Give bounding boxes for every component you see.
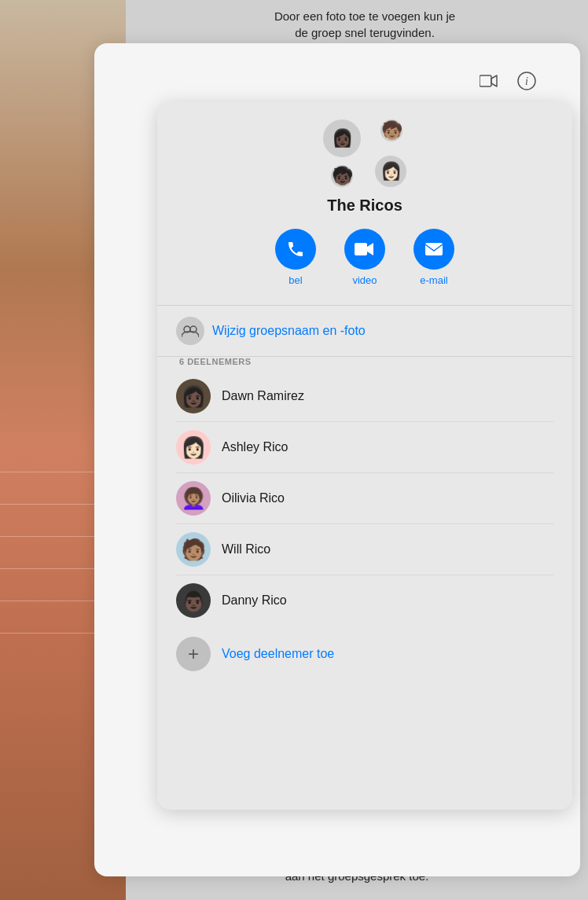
popup-card: 👩🏿 🧒🏽 🧒🏿 👩🏻 The Ricos bel video <box>157 102 572 810</box>
participant-name-oilivia: Oilivia Rico <box>222 491 285 505</box>
participant-avatar-will: 🧑🏽 <box>176 532 211 567</box>
participant-list: 👩🏿 Dawn Ramirez 👩🏻 Ashley Rico 👩🏽‍🦱 Oili… <box>176 371 553 626</box>
edit-group-icon <box>176 317 204 345</box>
participant-avatar-ashley: 👩🏻 <box>176 430 211 465</box>
email-button[interactable]: e-mail <box>413 229 454 286</box>
video-button-label: video <box>352 274 377 286</box>
call-button-label: bel <box>288 274 302 286</box>
video-button-icon <box>344 229 385 270</box>
participant-name-danny: Danny Rico <box>222 593 287 608</box>
participant-item[interactable]: 👩🏻 Ashley Rico <box>176 422 553 473</box>
svg-rect-3 <box>355 243 367 255</box>
action-buttons-row: bel video e-mail <box>275 229 454 286</box>
avatar-cluster: 👩🏿 🧒🏽 🧒🏿 👩🏻 <box>322 118 408 189</box>
add-participant-row[interactable]: + Voeg deelnemer toe <box>157 629 572 679</box>
participants-header: 6 DEELNEMERS <box>176 357 553 366</box>
svg-text:i: i <box>525 75 528 87</box>
email-button-label: e-mail <box>420 274 447 286</box>
email-button-icon <box>413 229 454 270</box>
participant-name-ashley: Ashley Rico <box>222 440 288 454</box>
edit-group-label: Wijzig groepsnaam en -foto <box>212 324 366 338</box>
participant-item[interactable]: 🧑🏽 Will Rico <box>176 524 553 575</box>
add-participant-icon: + <box>176 637 211 671</box>
group-name: The Ricos <box>327 197 402 215</box>
participants-section: 6 DEELNEMERS 👩🏿 Dawn Ramirez 👩🏻 Ashley R… <box>157 357 572 626</box>
participant-item[interactable]: 👨🏿 Danny Rico <box>176 575 553 626</box>
call-button[interactable]: bel <box>275 229 316 286</box>
participant-name-will: Will Rico <box>222 542 270 557</box>
participant-name-dawn: Dawn Ramirez <box>222 389 304 403</box>
participant-item[interactable]: 👩🏿 Dawn Ramirez <box>176 371 553 422</box>
video-call-icon[interactable] <box>475 67 503 95</box>
call-button-icon <box>275 229 316 270</box>
participant-avatar-danny: 👨🏿 <box>176 583 211 618</box>
avatar-bottom-right: 👩🏻 <box>373 154 408 189</box>
svg-rect-4 <box>425 243 443 255</box>
edit-group-row[interactable]: Wijzig groepsnaam en -foto <box>157 306 572 356</box>
video-button[interactable]: video <box>344 229 385 286</box>
participant-item[interactable]: 👩🏽‍🦱 Oilivia Rico <box>176 473 553 524</box>
avatar-top-right: 🧒🏽 <box>379 118 404 143</box>
avatar-bottom-left: 🧒🏿 <box>329 163 355 189</box>
annotation-top: Door een foto toe te voegen kun je de gr… <box>157 8 572 41</box>
participant-avatar-oilivia: 👩🏽‍🦱 <box>176 481 211 516</box>
svg-rect-0 <box>480 75 491 86</box>
participant-avatar-dawn: 👩🏿 <box>176 379 211 413</box>
toolbar-row: i <box>475 67 541 95</box>
avatar-top-left: 👩🏿 <box>322 118 362 159</box>
add-participant-label: Voeg deelnemer toe <box>222 647 334 661</box>
info-icon[interactable]: i <box>513 67 541 95</box>
